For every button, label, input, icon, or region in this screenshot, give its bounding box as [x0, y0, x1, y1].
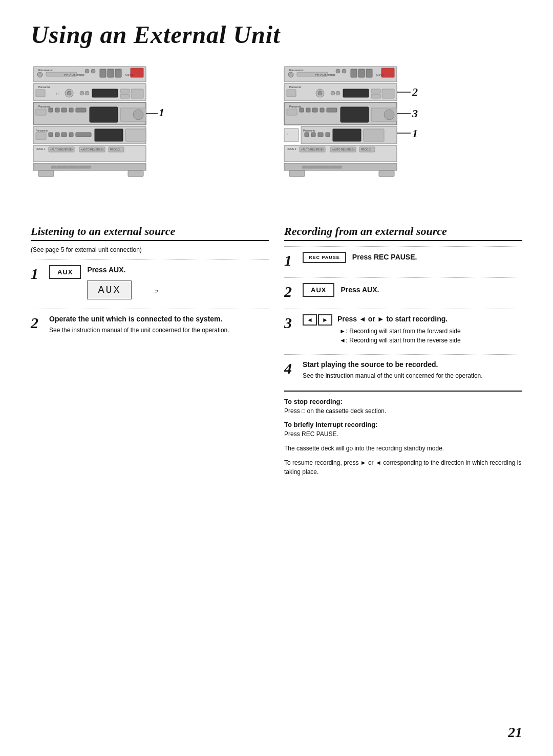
svg-rect-102 [311, 133, 315, 137]
svg-rect-6 [100, 69, 106, 77]
svg-rect-45 [95, 129, 123, 141]
left-step-1-content: AUX Press AUX. AUX ⊃ [49, 265, 269, 299]
resume-text-1: The cassette deck will go into the recor… [284, 444, 522, 453]
resume-text-2: To resume recording, press ► or ◄ corres… [284, 458, 522, 477]
left-device-svg: Panasonic CD CHANGER MASH Panasonic ⊓ [31, 64, 164, 207]
svg-text:<AUTO REVERSE>: <AUTO REVERSE> [50, 148, 73, 151]
left-section-heading: Listening to an external source [31, 225, 269, 241]
svg-text:⊓: ⊓ [56, 92, 59, 95]
svg-rect-101 [305, 133, 309, 137]
svg-text:PROG 2: PROG 2 [361, 148, 371, 151]
forward-button[interactable]: ► [318, 314, 332, 326]
svg-text:PROG 1: PROG 1 [287, 147, 296, 150]
svg-rect-70 [381, 68, 394, 77]
svg-point-4 [85, 69, 89, 73]
svg-point-62 [288, 72, 293, 77]
svg-text:<AUTO REVERSE>: <AUTO REVERSE> [332, 148, 355, 151]
right-step-1-instruction: Press REC PAUSE. [352, 252, 417, 263]
svg-text:1: 1 [412, 127, 418, 140]
right-step-2-instruction: Press AUX. [341, 285, 379, 295]
left-step-2-title: Operate the unit which is connected to t… [49, 314, 269, 325]
svg-text:Panasonic: Panasonic [36, 129, 48, 132]
right-step-1-content: REC PAUSE Press REC PAUSE. [303, 252, 522, 263]
svg-rect-80 [371, 94, 380, 98]
svg-rect-90 [320, 108, 324, 112]
svg-text:Panasonic: Panasonic [289, 105, 302, 108]
svg-rect-40 [49, 133, 53, 137]
svg-text:▒▒▒▒▒▒▒▒▒▒▒▒▒▒▒▒▒▒▒▒▒▒: ▒▒▒▒▒▒▒▒▒▒▒▒▒▒▒▒▒▒▒▒▒▒ [302, 165, 342, 169]
page-number: 21 [508, 724, 522, 741]
svg-text:CD CHANGER: CD CHANGER [64, 74, 85, 77]
left-section: Listening to an external source (See pag… [31, 225, 269, 482]
svg-rect-81 [382, 89, 394, 98]
svg-text:□: □ [287, 132, 288, 135]
svg-text:3: 3 [412, 107, 418, 120]
right-step-4-content: Start playing the source to be recorded.… [303, 360, 522, 381]
svg-rect-67 [366, 69, 372, 77]
aux-button-left[interactable]: AUX [49, 265, 81, 279]
arrow-buttons[interactable]: ◄ ► [303, 314, 332, 326]
left-device-diagram: Panasonic CD CHANGER MASH Panasonic ⊓ [31, 64, 271, 209]
left-step-1-instruction: Press AUX. AUX ⊃ [87, 265, 158, 299]
left-step-1-number: 1 [31, 266, 43, 282]
left-step-2-desc: See the instruction manual of the unit c… [49, 326, 269, 335]
bullet-forward: ►: Recording will start from the forward… [339, 327, 461, 336]
svg-rect-89 [312, 108, 317, 112]
svg-rect-21 [120, 89, 130, 93]
right-step-3-content: ◄ ► Press ◄ or ► to start recording. ►: … [303, 314, 522, 345]
aux-display-sub: ⊃ [154, 288, 158, 294]
svg-point-94 [384, 110, 394, 120]
svg-rect-105 [333, 129, 361, 141]
svg-rect-119 [289, 170, 305, 177]
svg-rect-58 [128, 170, 143, 177]
svg-rect-28 [55, 108, 59, 112]
left-step-2: 2 Operate the unit which is connected to… [31, 309, 269, 335]
interrupt-title: To briefly interrupt recording: [284, 421, 522, 428]
svg-rect-87 [300, 108, 304, 112]
svg-text:▒▒▒▒▒▒▒▒▒▒▒▒▒▒▒▒▒▒▒▒▒▒: ▒▒▒▒▒▒▒▒▒▒▒▒▒▒▒▒▒▒▒▒▒▒ [51, 165, 91, 169]
svg-rect-92 [341, 107, 369, 122]
svg-rect-27 [49, 108, 53, 112]
right-step-1: 1 REC PAUSE Press REC PAUSE. [284, 246, 522, 268]
svg-point-5 [91, 69, 95, 73]
svg-text:Panasonic: Panasonic [303, 129, 315, 132]
svg-point-34 [133, 110, 143, 120]
svg-point-76 [331, 91, 335, 95]
svg-point-64 [342, 69, 346, 73]
svg-rect-44 [76, 133, 91, 137]
svg-text:PROG 2: PROG 2 [110, 148, 120, 151]
bullet-reverse: ◄: Recording will start from the reverse… [339, 336, 461, 345]
svg-text:CD CHANGER: CD CHANGER [315, 74, 336, 77]
svg-point-19 [85, 91, 89, 95]
svg-rect-41 [55, 133, 59, 137]
svg-text:2: 2 [412, 85, 418, 98]
svg-rect-39 [36, 133, 46, 140]
aux-button-right[interactable]: AUX [303, 283, 334, 297]
left-step-1: 1 AUX Press AUX. AUX ⊃ [31, 260, 269, 299]
right-step-4-number: 4 [284, 361, 296, 376]
left-step-2-number: 2 [31, 315, 43, 331]
svg-rect-46 [125, 129, 146, 141]
right-step-3: 3 ◄ ► Press ◄ or ► to start recording. ►… [284, 309, 522, 345]
svg-rect-29 [61, 108, 67, 112]
right-step-1-number: 1 [284, 253, 296, 268]
right-step-2-content: AUX Press AUX. [303, 283, 522, 297]
stop-title: To stop recording: [284, 398, 522, 405]
svg-rect-91 [327, 108, 337, 112]
left-step-2-content: Operate the unit which is connected to t… [49, 314, 269, 335]
svg-rect-103 [318, 133, 323, 137]
svg-point-3 [37, 72, 42, 77]
svg-rect-57 [38, 170, 54, 177]
svg-point-18 [80, 91, 84, 95]
svg-rect-23 [131, 89, 143, 98]
svg-rect-98 [284, 128, 299, 142]
svg-rect-42 [61, 133, 67, 137]
rewind-button[interactable]: ◄ [303, 314, 317, 326]
svg-rect-7 [108, 69, 114, 77]
svg-rect-32 [90, 107, 118, 122]
right-device-diagram: Panasonic CD CHANGER MASH Panasonic [282, 64, 522, 209]
left-section-subtext: (See page 5 for external unit connection… [31, 246, 269, 253]
right-device-svg: Panasonic CD CHANGER MASH Panasonic [282, 64, 435, 207]
svg-text:Panasonic: Panasonic [38, 85, 51, 89]
rec-pause-button[interactable]: REC PAUSE [303, 252, 346, 263]
